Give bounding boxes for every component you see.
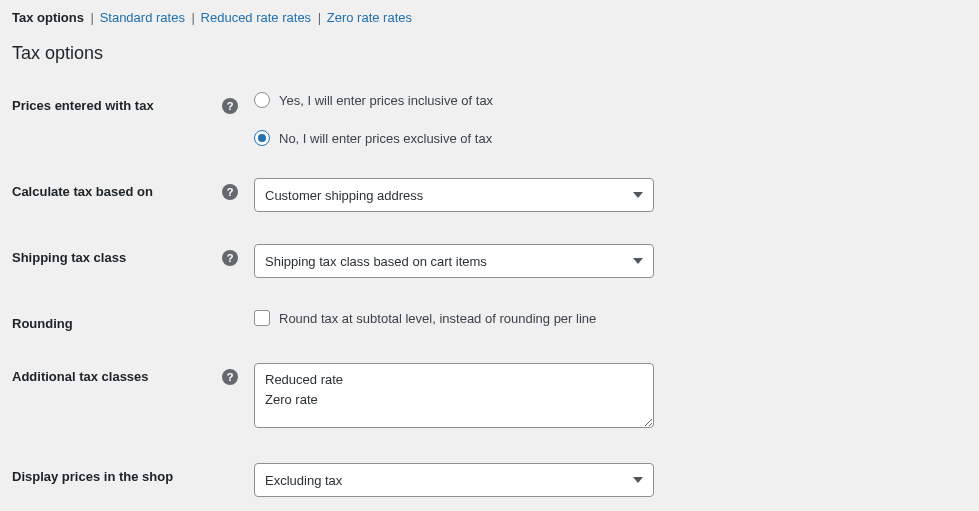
help-icon[interactable]: ? (222, 369, 238, 385)
radio-inclusive-input[interactable] (254, 92, 270, 108)
select-shipping-tax-class[interactable]: Shipping tax class based on cart items (254, 244, 654, 278)
radio-inclusive[interactable]: Yes, I will enter prices inclusive of ta… (254, 92, 493, 108)
help-icon[interactable]: ? (222, 98, 238, 114)
subnav-active-tab: Tax options (12, 10, 84, 25)
subnav-link-standard[interactable]: Standard rates (100, 10, 185, 25)
label-additional-classes: Additional tax classes (12, 363, 222, 384)
row-additional-classes: Additional tax classes ? Reduced rate Ze… (12, 363, 967, 431)
help-icon[interactable]: ? (222, 184, 238, 200)
label-calculate-tax: Calculate tax based on (12, 178, 222, 199)
textarea-additional-classes[interactable]: Reduced rate Zero rate (254, 363, 654, 428)
select-calculate-tax[interactable]: Customer shipping address (254, 178, 654, 212)
tax-subnav: Tax options | Standard rates | Reduced r… (12, 10, 967, 25)
label-shipping-tax-class: Shipping tax class (12, 244, 222, 265)
checkbox-rounding-input[interactable] (254, 310, 270, 326)
page-title: Tax options (12, 43, 967, 64)
row-prices-with-tax: Prices entered with tax ? Yes, I will en… (12, 92, 967, 146)
row-calculate-tax: Calculate tax based on ? Customer shippi… (12, 178, 967, 212)
radio-inclusive-label: Yes, I will enter prices inclusive of ta… (279, 93, 493, 108)
checkbox-rounding[interactable]: Round tax at subtotal level, instead of … (254, 310, 596, 326)
radio-exclusive-input[interactable] (254, 130, 270, 146)
select-display-shop[interactable]: Excluding tax (254, 463, 654, 497)
radio-exclusive[interactable]: No, I will enter prices exclusive of tax (254, 130, 493, 146)
subnav-link-reduced[interactable]: Reduced rate rates (201, 10, 312, 25)
radio-exclusive-label: No, I will enter prices exclusive of tax (279, 131, 492, 146)
row-shipping-tax-class: Shipping tax class ? Shipping tax class … (12, 244, 967, 278)
label-rounding: Rounding (12, 310, 222, 331)
subnav-link-zero[interactable]: Zero rate rates (327, 10, 412, 25)
checkbox-rounding-label: Round tax at subtotal level, instead of … (279, 311, 596, 326)
label-display-shop: Display prices in the shop (12, 463, 222, 484)
row-display-shop: Display prices in the shop Excluding tax (12, 463, 967, 497)
row-rounding: Rounding Round tax at subtotal level, in… (12, 310, 967, 331)
help-icon[interactable]: ? (222, 250, 238, 266)
label-prices-with-tax: Prices entered with tax (12, 92, 222, 113)
